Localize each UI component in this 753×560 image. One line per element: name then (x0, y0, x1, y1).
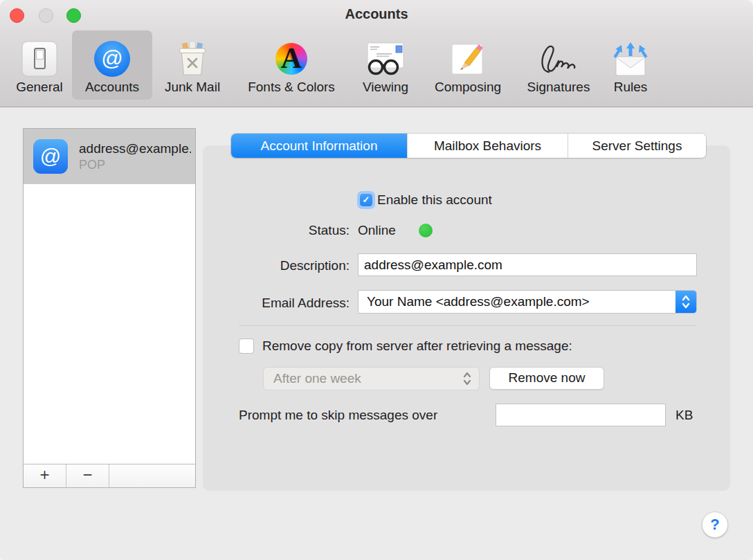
titlebar-toolbar: Accounts General (0, 0, 753, 107)
toolbar-item-signatures[interactable]: Signatures (515, 30, 602, 100)
pencil-icon (451, 38, 485, 80)
email-address-value: Your Name <address@example.com> (367, 291, 590, 313)
svg-text:@: @ (40, 145, 61, 168)
remove-schedule-value: After one week (273, 368, 361, 390)
checkmark-icon: ✓ (360, 194, 372, 206)
toolbar-label-junk-mail: Junk Mail (165, 80, 220, 95)
status-label: Status: (239, 223, 350, 238)
remove-copy-label: Remove copy from server after retrieving… (262, 338, 572, 354)
window-title: Accounts (0, 6, 753, 22)
toolbar-label-viewing: Viewing (363, 80, 408, 95)
kb-unit-label: KB (675, 408, 693, 423)
popup-chevrons-icon (675, 291, 696, 313)
email-address-popup[interactable]: Your Name <address@example.com> (358, 290, 697, 314)
tab-mailbox-behaviors[interactable]: Mailbox Behaviors (407, 134, 568, 158)
signature-icon (535, 38, 582, 80)
toolbar-label-rules: Rules (614, 80, 648, 95)
remove-schedule-popup: After one week (263, 367, 480, 390)
preferences-window: Accounts General (0, 0, 753, 560)
toolbar-label-composing: Composing (435, 80, 501, 95)
switch-icon (21, 38, 57, 80)
popup-chevrons-disabled-icon (462, 371, 472, 389)
help-button[interactable]: ? (702, 512, 728, 538)
toolbar-item-rules[interactable]: Rules (603, 30, 658, 100)
status-value: Online (358, 223, 396, 238)
section-divider (239, 325, 697, 326)
junk-basket-icon (174, 38, 211, 80)
tab-server-settings[interactable]: Server Settings (568, 134, 706, 158)
remove-now-button[interactable]: Remove now (489, 367, 604, 390)
enable-account-label: Enable this account (377, 192, 492, 208)
account-list-toolbar: + − (24, 464, 195, 487)
enable-account-checkbox[interactable]: ✓ (357, 191, 375, 209)
fonts-colors-icon: A (275, 38, 307, 80)
at-circle-icon: @ (93, 38, 131, 80)
toolbar-item-composing[interactable]: Composing (419, 30, 516, 100)
prompt-skip-label: Prompt me to skip messages over (239, 408, 437, 423)
glasses-icon (365, 38, 406, 80)
prompt-skip-input[interactable] (496, 404, 666, 426)
toolbar-label-general: General (16, 80, 63, 95)
description-label: Description: (239, 258, 350, 273)
tab-account-information[interactable]: Account Information (231, 134, 407, 158)
description-input[interactable] (358, 253, 697, 276)
account-tabs: Account Information Mailbox Behaviors Se… (231, 134, 706, 158)
account-type-badge: POP (79, 157, 191, 173)
toolbar-item-general[interactable]: General (5, 30, 74, 100)
remove-account-button[interactable]: − (66, 464, 109, 487)
account-list: @ address@example.com POP + − (23, 128, 196, 488)
email-address-label: Email Address: (232, 296, 350, 311)
status-online-indicator (419, 224, 433, 237)
account-list-item[interactable]: @ address@example.com POP (24, 129, 195, 184)
rules-envelope-icon (610, 38, 651, 80)
toolbar-item-junk-mail[interactable]: Junk Mail (154, 30, 230, 100)
svg-text:@: @ (101, 46, 123, 71)
toolbar-item-viewing[interactable]: Viewing (352, 30, 419, 100)
account-at-icon: @ (33, 139, 68, 174)
remove-copy-checkbox[interactable] (239, 338, 254, 354)
account-name: address@example.com (79, 140, 191, 157)
toolbar-item-accounts[interactable]: @ Accounts (72, 30, 152, 100)
toolbar-item-fonts-colors[interactable]: A Fonts & Colors (233, 30, 350, 100)
toolbar-label-accounts: Accounts (85, 80, 139, 95)
toolbar-label-signatures: Signatures (527, 80, 590, 95)
toolbar-label-fonts-colors: Fonts & Colors (248, 80, 335, 95)
add-account-button[interactable]: + (24, 464, 66, 487)
